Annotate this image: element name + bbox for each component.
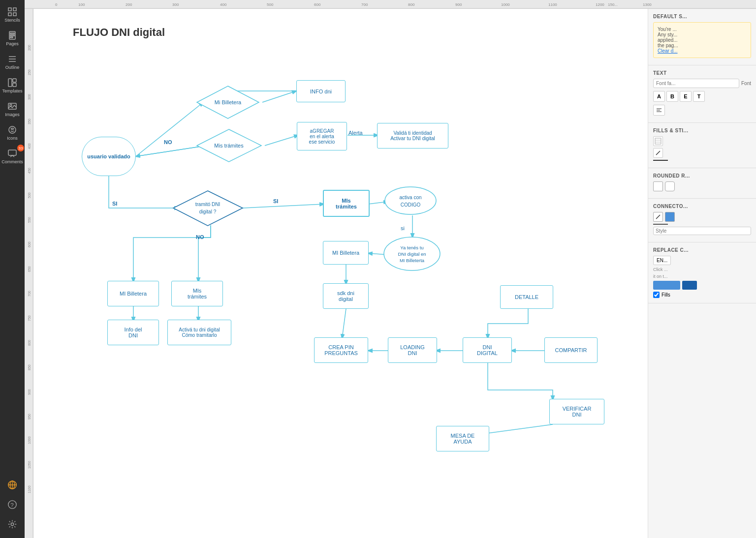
svg-text:tramitó DNI: tramitó DNI xyxy=(195,202,220,207)
templates-label: Templates xyxy=(2,89,22,93)
label-no-1: NO xyxy=(164,139,172,145)
content-row: 200 250 300 350 400 450 500 550 600 650 … xyxy=(25,9,756,538)
node-tramito-diamond[interactable]: tramitó DNI digital ? xyxy=(172,190,244,227)
connector-btn-pencil[interactable] xyxy=(653,212,663,222)
format-btn-t[interactable]: T xyxy=(693,91,705,102)
replace-btn[interactable]: EN... xyxy=(653,256,671,265)
node-mi-billetera-rect2[interactable]: MI Billetera xyxy=(323,241,369,265)
svg-text:400: 400 xyxy=(220,2,227,7)
main-area: 0 100 200 300 400 500 600 700 800 900 10… xyxy=(25,0,756,538)
node-info-del-dni[interactable]: Info delDNI xyxy=(107,320,159,345)
svg-text:650: 650 xyxy=(28,266,31,272)
default-style-section: DEFAULT S... You're ... Any sty... appli… xyxy=(648,9,756,65)
outline-label: Outline xyxy=(5,65,20,70)
font-label: Font xyxy=(741,81,751,86)
sidebar-item-outline[interactable]: Outline xyxy=(1,51,23,73)
node-info-dni[interactable]: INFO dni xyxy=(296,80,346,102)
svg-text:1100: 1100 xyxy=(28,485,31,493)
node-valida-identidad[interactable]: Validá ti identidadActivar tu DNI digita… xyxy=(377,123,448,149)
sidebar-bottom-help[interactable]: ? xyxy=(1,497,23,512)
svg-line-65 xyxy=(265,135,298,146)
connector-line-style xyxy=(653,224,668,225)
sidebar-item-images[interactable]: Images xyxy=(1,98,23,120)
fills-section-title: FILLS & STI... xyxy=(653,128,751,133)
node-ya-tenes-dni[interactable]: Ya tenés tu DNI digital en MI Billeterta xyxy=(383,236,441,271)
node-mesa-ayuda[interactable]: MESA DEAYUDA xyxy=(436,426,489,451)
sidebar-bottom-settings[interactable] xyxy=(1,516,23,532)
node-activa-codigo[interactable]: activa con CODIGO xyxy=(384,186,437,215)
line-style-icon[interactable] xyxy=(653,160,668,161)
sidebar-item-comments[interactable]: 33 Comments xyxy=(1,146,23,167)
replace-section-title: REPLACE C... xyxy=(653,247,751,253)
fills-checkbox[interactable] xyxy=(653,292,660,298)
clear-defaults-link[interactable]: Clear d... xyxy=(658,48,678,54)
stencils-label: Stencils xyxy=(4,18,20,23)
top-ruler: 0 100 200 300 400 500 600 700 800 900 10… xyxy=(25,0,756,9)
node-sdk-dni[interactable]: sdk dnidigital xyxy=(323,283,369,309)
node-loading-dni[interactable]: LOADINGDNI xyxy=(388,337,437,363)
svg-text:Mis trámites: Mis trámites xyxy=(214,143,244,149)
sidebar-item-pages[interactable]: Pages xyxy=(1,28,23,49)
node-mis-tramites-rect2[interactable]: MIstrámites xyxy=(171,281,223,306)
svg-rect-5 xyxy=(10,33,14,34)
node-agregar-alerta[interactable]: aGREGARen el alertaese servicio xyxy=(297,122,347,150)
sidebar-item-templates[interactable]: Templates xyxy=(1,75,23,96)
node-activa-dni[interactable]: Activá tu dni digitalCómo tramitarlo xyxy=(167,320,231,345)
sidebar-bottom-globe[interactable] xyxy=(1,477,23,493)
font-family-input[interactable] xyxy=(653,79,739,88)
connector-btn-blue[interactable] xyxy=(665,212,675,222)
svg-text:150...: 150... xyxy=(608,2,618,7)
align-btn-row xyxy=(653,105,751,116)
svg-text:DNI digital en: DNI digital en xyxy=(398,251,426,257)
svg-text:1100: 1100 xyxy=(548,2,557,7)
fill-pattern-icon[interactable] xyxy=(653,136,663,146)
svg-text:activa con: activa con xyxy=(399,195,421,200)
node-dni-digital[interactable]: DNIDIGITAL xyxy=(463,337,512,363)
svg-text:1200: 1200 xyxy=(596,2,604,7)
format-btn-b[interactable]: B xyxy=(666,91,678,102)
svg-text:0: 0 xyxy=(55,2,58,7)
rounded-box-2[interactable] xyxy=(665,181,675,191)
info-line3: applied... xyxy=(658,37,747,43)
node-detalle[interactable]: DETALLE xyxy=(500,285,553,309)
svg-text:850: 850 xyxy=(28,364,31,370)
svg-text:800: 800 xyxy=(408,2,415,7)
svg-line-98 xyxy=(656,151,660,155)
align-left-btn[interactable] xyxy=(653,105,665,116)
fill-row-2 xyxy=(653,148,751,158)
right-panel: DEFAULT S... You're ... Any sty... appli… xyxy=(648,9,756,538)
node-compartir[interactable]: COMPARTIR xyxy=(544,337,598,363)
svg-rect-3 xyxy=(13,13,16,16)
style-input[interactable] xyxy=(653,227,751,235)
color-swatch-blue[interactable] xyxy=(653,281,680,290)
rounded-row xyxy=(653,181,751,191)
format-btn-e[interactable]: E xyxy=(680,91,692,102)
replace-info-2: it on t... xyxy=(653,274,751,279)
svg-text:500: 500 xyxy=(267,2,274,7)
sidebar-item-stencils[interactable]: Stencils xyxy=(1,4,23,26)
info-line4: the pag... xyxy=(658,43,747,48)
label-si-2: SI xyxy=(273,198,278,204)
svg-line-99 xyxy=(656,215,660,219)
svg-text:500: 500 xyxy=(28,192,31,198)
font-row: Font xyxy=(653,79,751,88)
node-usuario-validado[interactable]: usuario validado xyxy=(82,137,136,176)
format-btn-a[interactable]: A xyxy=(653,91,665,102)
node-mi-billetera-diamond[interactable]: Mi Billetera xyxy=(196,85,260,120)
sidebar-item-icons[interactable]: Icons xyxy=(1,122,23,144)
pencil-icon[interactable] xyxy=(653,148,663,158)
canvas-area[interactable]: FLUJO DNI digital xyxy=(33,9,648,538)
node-mis-tramites-diamond[interactable]: Mis trámites xyxy=(196,128,262,163)
node-crea-pin[interactable]: CREA PINPREGUNTAS xyxy=(314,337,368,363)
color-swatch-dark-blue[interactable] xyxy=(682,281,697,290)
rounded-box-1[interactable] xyxy=(653,181,663,191)
node-mis-tramites-rect[interactable]: MIstrámites xyxy=(323,190,370,217)
default-style-title: DEFAULT S... xyxy=(653,14,751,19)
svg-text:1050: 1050 xyxy=(28,461,31,469)
node-mi-billetera-rect3[interactable]: MI Billetera xyxy=(107,281,159,306)
svg-rect-7 xyxy=(10,37,13,38)
svg-text:700: 700 xyxy=(28,291,31,297)
svg-text:750: 750 xyxy=(28,315,31,321)
svg-text:Mi Billetera: Mi Billetera xyxy=(215,99,242,105)
node-verificar-dni[interactable]: VERIFICARDNI xyxy=(549,399,604,424)
